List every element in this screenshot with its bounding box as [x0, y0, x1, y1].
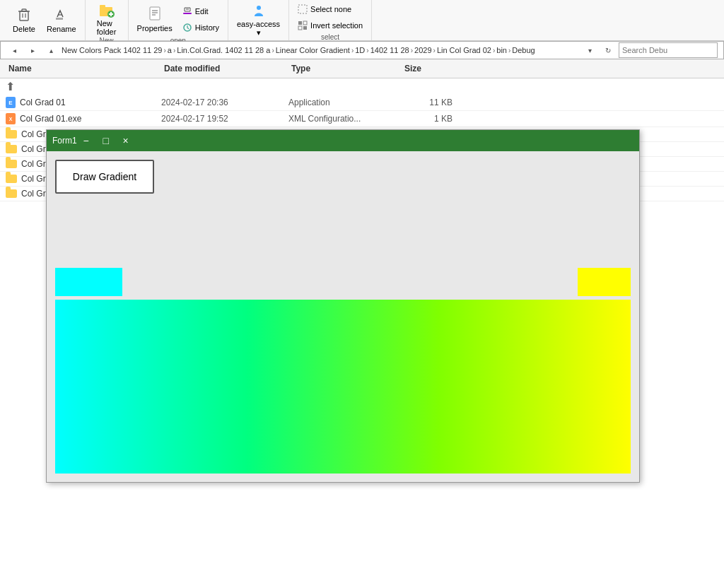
folder-icon	[6, 145, 17, 153]
table-row[interactable]: X Col Grad 01.exe 2024-02-17 19:52 XML C…	[0, 111, 724, 127]
path-segment-0: New Colors Pack 1402 11 29	[62, 46, 162, 54]
new-folder-icon	[98, 2, 115, 18]
path-sep-0: ›	[163, 47, 165, 54]
path-segment-4: 1D	[355, 46, 365, 54]
up-button[interactable]: ▴	[43, 42, 59, 58]
svg-rect-0	[20, 11, 28, 20]
rename-label: Rename	[47, 25, 76, 33]
properties-label: Properties	[137, 24, 173, 33]
file-name-cell: X Col Grad 01.exe	[6, 113, 161, 124]
rename-button[interactable]: Rename	[42, 2, 81, 37]
color-swatch-right[interactable]	[578, 268, 631, 296]
header-size[interactable]: Size	[402, 62, 458, 75]
search-input[interactable]	[619, 42, 718, 58]
window-controls: − □ ×	[77, 133, 135, 148]
new-folder-label: Newfolder	[97, 19, 117, 36]
svg-rect-23	[298, 26, 302, 30]
address-path[interactable]: New Colors Pack 1402 11 29 › a › Lin.Col…	[62, 46, 579, 54]
path-segment-8: bin	[496, 46, 507, 54]
path-segment-7: Lin Col Grad 02	[437, 46, 491, 54]
edit-icon	[182, 6, 192, 16]
select-none-button[interactable]: Select none	[293, 1, 367, 17]
edit-button[interactable]: Edit	[178, 4, 223, 19]
delete-icon	[16, 6, 33, 23]
file-type-cell: XML Configuratio...	[288, 114, 402, 124]
path-sep-3: ›	[351, 47, 354, 54]
path-sep-6: ›	[433, 47, 436, 54]
history-label: History	[195, 23, 219, 32]
select-none-label: Select none	[310, 5, 351, 13]
path-sep-8: ›	[508, 47, 510, 54]
ribbon-section-open: Properties Edit History open	[129, 0, 228, 40]
file-date-cell: 2024-02-17 19:52	[161, 114, 288, 124]
maximize-button[interactable]: □	[97, 133, 115, 148]
open-column: Edit History	[178, 4, 223, 35]
easy-access-label: easy-access	[237, 20, 280, 28]
table-row[interactable]: E Col Grad 01 2024-02-17 20:36 Applicati…	[0, 95, 724, 111]
folder-icon	[6, 130, 17, 139]
edit-label: Edit	[195, 7, 209, 16]
ribbon-section-new: Newfolder New	[86, 0, 129, 40]
refresh-button[interactable]: ↻	[600, 42, 616, 58]
forward-button[interactable]: ▸	[25, 42, 40, 58]
path-segment-2: Lin.Col.Grad. 1402 11 28 a	[177, 46, 270, 54]
path-segment-1: a	[168, 46, 172, 54]
draw-gradient-label: Draw Gradient	[73, 171, 136, 182]
xml-icon: X	[6, 113, 16, 124]
delete-button[interactable]: Delete	[7, 2, 41, 37]
header-name[interactable]: Name	[6, 62, 161, 75]
dropdown-button[interactable]: ▾	[582, 42, 597, 58]
new-folder-button[interactable]: Newfolder	[90, 1, 124, 37]
file-type-cell: Application	[288, 98, 402, 107]
exe-icon: E	[6, 97, 16, 108]
header-type[interactable]: Type	[288, 62, 402, 75]
folder-icon	[6, 160, 17, 168]
address-bar: ◂ ▸ ▴ New Colors Pack 1402 11 29 › a › L…	[0, 41, 724, 59]
file-name-label: Col Grad 01	[20, 98, 66, 107]
svg-rect-16	[183, 13, 192, 14]
close-button[interactable]: ×	[117, 133, 135, 148]
select-column: Select none Invert selection	[293, 1, 367, 33]
path-segment-6: 2029	[414, 46, 431, 54]
window-body: Draw Gradient	[47, 151, 639, 482]
path-segment-9: Debug	[512, 46, 535, 54]
path-sep-5: ›	[411, 47, 413, 54]
invert-selection-icon	[298, 20, 308, 30]
folder-icon	[6, 189, 17, 198]
invert-selection-button[interactable]: Invert selection	[293, 18, 367, 33]
svg-rect-12	[150, 7, 160, 20]
header-date[interactable]: Date modified	[161, 62, 288, 75]
navigate-up-row[interactable]: ⬆	[0, 78, 724, 95]
ribbon-section-easy-access: easy-access ▾	[228, 0, 289, 40]
gradient-display	[55, 300, 631, 474]
path-sep-2: ›	[272, 47, 274, 54]
easy-access-icon	[250, 3, 267, 18]
rename-icon	[53, 6, 70, 23]
file-size-cell: 11 KB	[402, 98, 458, 107]
path-sep-7: ›	[493, 47, 495, 54]
svg-rect-22	[303, 21, 307, 25]
folder-icon	[6, 175, 17, 183]
svg-rect-20	[298, 5, 307, 13]
svg-rect-24	[303, 26, 307, 30]
draw-gradient-button[interactable]: Draw Gradient	[55, 160, 154, 194]
path-sep-4: ›	[366, 47, 368, 54]
file-list-header: Name Date modified Type Size	[0, 59, 724, 78]
file-name-cell: E Col Grad 01	[6, 97, 161, 108]
back-button[interactable]: ◂	[6, 42, 22, 58]
color-swatch-left[interactable]	[55, 268, 122, 296]
history-button[interactable]: History	[178, 20, 223, 35]
window-titlebar[interactable]: Form1 − □ ×	[47, 130, 639, 151]
ribbon-section-select: Select none Invert selection select	[289, 0, 372, 40]
ribbon: Delete Rename Newfolder New	[0, 0, 724, 41]
properties-button[interactable]: Properties	[133, 1, 177, 37]
select-none-icon	[298, 4, 308, 14]
file-name-label: Col Grad 01.exe	[20, 114, 81, 124]
minimize-button[interactable]: −	[77, 133, 95, 148]
path-segment-3: Linear Color Gradient	[276, 46, 350, 54]
svg-rect-21	[298, 21, 302, 25]
path-segment-5: 1402 11 28	[370, 46, 409, 54]
easy-access-button[interactable]: easy-access ▾	[233, 3, 284, 38]
form1-window: Form1 − □ × Draw Gradient	[46, 129, 640, 483]
svg-point-19	[257, 6, 261, 10]
